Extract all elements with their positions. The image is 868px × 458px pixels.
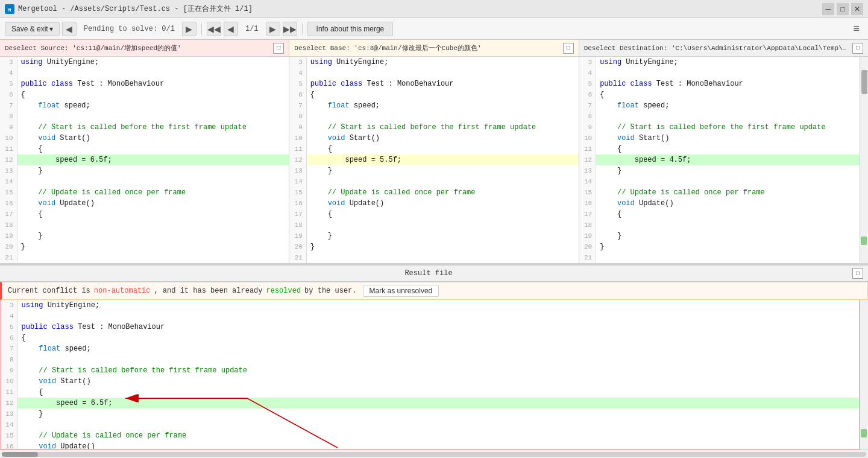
table-row: 13 } [1, 409, 859, 419]
result-code-table: 3using UnityEngine; 4 5public class Test… [1, 300, 859, 450]
table-row: 5public class Test : MonoBehaviour [579, 78, 860, 89]
table-row: 8 [289, 111, 578, 122]
dest-collapse-icon[interactable]: □ [852, 43, 863, 54]
conflict-text-after: by the user. [304, 287, 356, 295]
nav-first-button[interactable]: ◀◀ [207, 22, 221, 36]
position-label: 1/1 [241, 25, 263, 33]
source-panel: Deselect Source: 'cs:11@/main/增加speed的的值… [0, 40, 289, 263]
dest-panel: Deselect Destination: 'C:\Users\Administ… [579, 40, 868, 263]
table-row: 15 // Update is called once per frame [289, 187, 578, 198]
table-row: 3using UnityEngine; [289, 57, 578, 68]
table-row: 18 [289, 220, 578, 231]
table-row: 18 [0, 220, 289, 231]
svg-text:M: M [8, 7, 11, 13]
table-row: 5public class Test : MonoBehaviour [0, 78, 289, 89]
table-row: 9 // Start is called before the first fr… [1, 365, 859, 376]
conflict-text-middle: , and it has been already [154, 287, 262, 295]
title-text: Mergetool - /Assets/Scripts/Test.cs - [正… [18, 4, 822, 14]
table-row: 10 void Start() [1, 376, 859, 387]
table-row: 11 { [0, 144, 289, 154]
table-row: 21 [579, 252, 860, 263]
table-row: 7 float speed; [289, 100, 578, 111]
table-row: 19 } [0, 231, 289, 241]
conflict-non-auto: non-automatic [94, 287, 151, 295]
table-row: 14 [0, 176, 289, 187]
base-code-table: 3using UnityEngine; 4 5public class Test… [289, 57, 578, 263]
table-row: 20} [0, 241, 289, 252]
table-row: 16 void Update() [289, 198, 578, 209]
titlebar: M Mergetool - /Assets/Scripts/Test.cs - … [0, 0, 868, 18]
nav-prev-button[interactable]: ◀ [62, 22, 77, 36]
table-row: 14 [1, 419, 859, 430]
nav-prev2-button[interactable]: ◀ [224, 22, 238, 36]
close-button[interactable]: ✕ [851, 3, 863, 15]
table-row: 11 { [289, 144, 578, 154]
table-row: 6{ [1, 332, 859, 343]
table-row: 17 { [0, 209, 289, 220]
result-collapse-icon[interactable]: □ [852, 268, 863, 279]
info-merge-button[interactable]: Info about this merge [307, 22, 394, 36]
main-content: Deselect Source: 'cs:11@/main/增加speed的的值… [0, 40, 868, 458]
bottom-scrollbar[interactable] [0, 450, 868, 458]
table-row: 16 void Update() [579, 198, 860, 209]
table-row: 12 speed = 4.5f; [579, 154, 860, 165]
table-row: 14 [579, 176, 860, 187]
nav-last-button[interactable]: ▶▶ [283, 22, 297, 36]
table-row: 4 [579, 68, 860, 78]
table-row: 5public class Test : MonoBehaviour [289, 78, 578, 89]
table-row: 10 void Start() [579, 133, 860, 144]
table-row: 15 // Update is called once per frame [0, 187, 289, 198]
result-title: Result file [5, 269, 852, 278]
scroll-indicator [861, 237, 867, 245]
base-code-area[interactable]: 3using UnityEngine; 4 5public class Test… [289, 57, 578, 263]
nav-next-button[interactable]: ▶ [182, 22, 197, 36]
app-icon: M [5, 4, 14, 14]
table-row: 13 } [0, 165, 289, 176]
table-row: 4 [0, 68, 289, 78]
base-header-text: Deselect Base: 'cs:8@/main/修改最后一个Cube的颜色… [294, 43, 560, 52]
table-row: 13 } [289, 165, 578, 176]
source-code-area[interactable]: 3using UnityEngine; 4 5public class Test… [0, 57, 289, 263]
table-row: 21 [289, 252, 578, 263]
table-row: 10 void Start() [0, 133, 289, 144]
table-row: 8 [1, 354, 859, 365]
result-code-area[interactable]: 3using UnityEngine; 4 5public class Test… [0, 300, 860, 450]
table-row: 15 // Update is called once per frame [579, 187, 860, 198]
source-collapse-icon[interactable]: □ [273, 43, 284, 54]
table-row: 7 float speed; [1, 343, 859, 354]
table-row: 6{ [0, 89, 289, 100]
table-row: 10 void Start() [289, 133, 578, 144]
table-row: 7 float speed; [0, 100, 289, 111]
source-header: Deselect Source: 'cs:11@/main/增加speed的的值… [0, 40, 289, 57]
table-row: 13 } [579, 165, 860, 176]
table-row: 21 [0, 252, 289, 263]
right-scrollbar[interactable] [860, 57, 868, 263]
nav-next2-button[interactable]: ▶ [266, 22, 280, 36]
base-collapse-icon[interactable]: □ [563, 43, 574, 54]
table-row: 19 } [579, 231, 860, 241]
separator2 [302, 23, 303, 35]
table-row: 8 [579, 111, 860, 122]
pending-label: Pending to solve: 0/1 [79, 25, 180, 33]
toolbar: Save & exit ▾ ◀ Pending to solve: 0/1 ▶ … [0, 18, 868, 40]
table-row: 19 } [289, 231, 578, 241]
base-header: Deselect Base: 'cs:8@/main/修改最后一个Cube的颜色… [289, 40, 578, 57]
mark-unresolved-button[interactable]: Mark as unresolved [363, 285, 439, 297]
dest-header: Deselect Destination: 'C:\Users\Administ… [579, 40, 868, 57]
maximize-button[interactable]: □ [837, 3, 849, 15]
source-header-text: Deselect Source: 'cs:11@/main/增加speed的的值… [5, 43, 271, 52]
dest-code-area[interactable]: 3using UnityEngine; 4 5public class Test… [579, 57, 860, 263]
table-row: 14 [289, 176, 578, 187]
table-row: 6{ [289, 89, 578, 100]
table-row: 9 // Start is called before the first fr… [0, 122, 289, 133]
menu-button[interactable]: ≡ [849, 22, 863, 35]
table-row: 5public class Test : MonoBehaviour [1, 322, 859, 332]
base-panel: Deselect Base: 'cs:8@/main/修改最后一个Cube的颜色… [289, 40, 579, 263]
window-controls: ─ □ ✕ [822, 3, 863, 15]
table-row: 9 // Start is called before the first fr… [289, 122, 578, 133]
save-exit-button[interactable]: Save & exit ▾ [5, 22, 60, 36]
result-right-scrollbar[interactable] [860, 300, 868, 450]
conflict-text-before: Current conflict is [8, 287, 90, 295]
dest-code-table: 3using UnityEngine; 4 5public class Test… [579, 57, 860, 263]
minimize-button[interactable]: ─ [822, 3, 834, 15]
